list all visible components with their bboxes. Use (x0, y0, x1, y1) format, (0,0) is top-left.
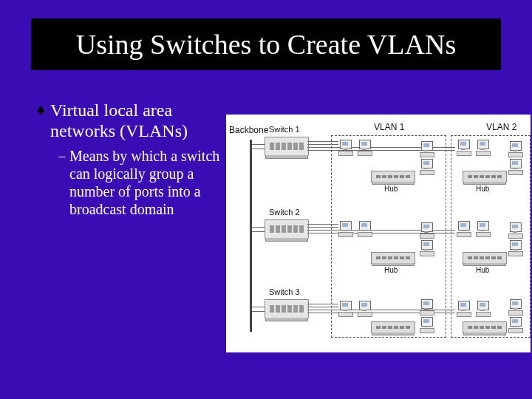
pc-icon (476, 301, 492, 317)
switch-2 (265, 219, 309, 239)
bullet-text: Virtual local area networks (VLANs) (50, 100, 226, 141)
pc-icon (508, 299, 525, 316)
wire (307, 141, 338, 142)
label-vlan2: VLAN 2 (486, 122, 516, 132)
pc-icon (457, 221, 473, 237)
wire (307, 224, 338, 225)
label-backbone: Backbone (229, 125, 268, 135)
wire (307, 227, 338, 228)
pc-icon (420, 141, 436, 157)
pc-icon (508, 141, 525, 157)
pc-icon (358, 140, 374, 156)
hub-device (463, 171, 507, 183)
slide-title: Using Switches to Create VLANs (76, 28, 456, 61)
pc-icon (508, 240, 525, 256)
hub-device (371, 171, 415, 183)
sub-bullet-item: – Means by which a switch can logically … (55, 147, 226, 218)
vlan-diagram: Backbone VLAN 1 VLAN 2 Switch 1 Switch 2… (226, 115, 531, 352)
hub-device (371, 321, 415, 333)
pc-icon (457, 301, 473, 317)
hub-device (463, 321, 507, 333)
wire (252, 144, 265, 145)
pc-icon (358, 301, 374, 317)
label-switch1: Switch 1 (269, 125, 300, 134)
label-hub: Hub (476, 185, 489, 193)
pc-icon (420, 159, 436, 175)
pc-icon (420, 240, 436, 256)
title-box: Using Switches to Create VLANs (31, 18, 501, 70)
pc-icon (476, 140, 492, 156)
label-vlan1: VLAN 1 (374, 122, 404, 132)
diamond-bullet-icon: ♦ (31, 100, 50, 120)
wire (307, 307, 338, 307)
sub-bullet-text: Means by which a switch can logically gr… (69, 147, 226, 218)
switch-3 (265, 299, 309, 318)
pc-icon (358, 221, 374, 237)
switch-1 (265, 137, 309, 156)
wire (252, 227, 265, 228)
pc-icon (338, 301, 355, 317)
wire (252, 311, 265, 312)
wire (307, 144, 338, 145)
bullet-item: ♦ Virtual local area networks (VLANs) (31, 100, 226, 141)
dash-bullet-icon: – (55, 147, 69, 165)
wire (252, 307, 265, 307)
hub-device (463, 252, 507, 264)
backbone-line (250, 140, 252, 332)
pc-icon (338, 140, 355, 156)
pc-icon (338, 221, 355, 237)
pc-icon (457, 140, 473, 156)
wire (252, 231, 265, 232)
label-switch3: Switch 3 (269, 287, 300, 296)
pc-icon (508, 159, 525, 175)
label-hub: Hub (384, 266, 398, 274)
pc-icon (420, 222, 436, 239)
pc-icon (508, 222, 525, 239)
body-text: ♦ Virtual local area networks (VLANs) – … (31, 100, 226, 218)
pc-icon (476, 221, 492, 237)
label-hub: Hub (476, 266, 489, 274)
pc-icon (420, 317, 436, 333)
pc-icon (508, 317, 525, 333)
label-hub: Hub (384, 185, 398, 193)
hub-device (371, 252, 415, 264)
wire (307, 304, 338, 304)
pc-icon (420, 299, 436, 316)
wire (252, 149, 265, 149)
label-switch2: Switch 2 (269, 208, 300, 216)
